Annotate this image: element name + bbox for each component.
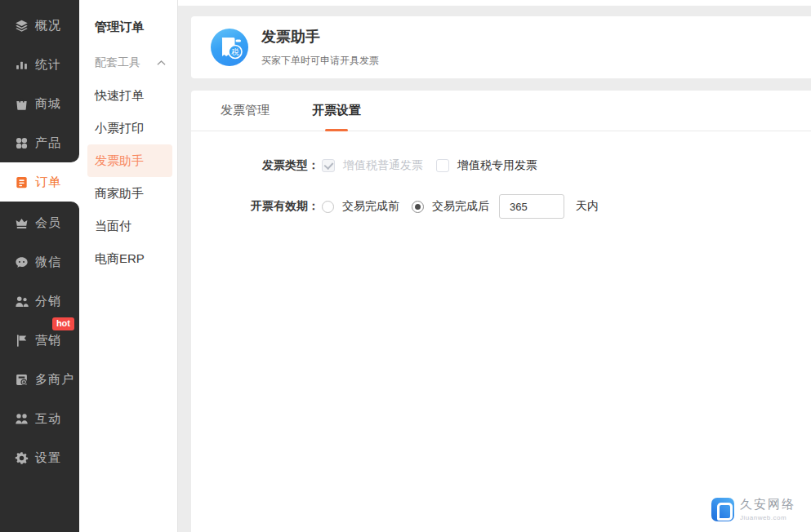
distribution-icon: [15, 295, 29, 308]
tab-bar: 发票管理 开票设置: [191, 91, 811, 131]
feature-header-card: 税 发票助手 买家下单时可申请开具发票: [191, 16, 811, 78]
sidebar-block-top: 概况 统计 商城 产品: [0, 0, 79, 162]
checkbox-label: 增值税专用发票: [457, 158, 537, 173]
page-title: 发票助手: [261, 27, 379, 47]
tab-invoice-settings[interactable]: 开票设置: [312, 91, 361, 131]
invoice-settings-form: 发票类型： 增值税普通发票 增值税专用发票: [191, 131, 811, 219]
tab-label: 开票设置: [312, 103, 361, 118]
layers-icon: [15, 19, 29, 33]
checkbox-label: 增值税普通发票: [343, 158, 423, 173]
vendor-watermark: 久安网络 Jiuanweb.com: [711, 497, 795, 521]
submenu-item-label: 当面付: [95, 219, 131, 234]
sidebar-item-wechat[interactable]: 微信: [0, 242, 79, 282]
multistore-icon: [15, 373, 29, 387]
sidebar-item-label: 分销: [35, 294, 61, 309]
sidebar-item-label: 会员: [35, 215, 61, 231]
sidebar-item-label: 产品: [35, 135, 61, 151]
submenu-item-merchant-assistant[interactable]: 商家助手: [79, 177, 177, 210]
main-content: 税 发票助手 买家下单时可申请开具发票 发票管理 开票设置: [178, 0, 811, 532]
days-suffix: 天内: [576, 199, 599, 214]
invoice-type-row: 发票类型： 增值税普通发票 增值税专用发票: [191, 158, 811, 173]
sidebar-item-label: 互动: [35, 411, 61, 427]
sidebar-item-label: 商城: [35, 96, 61, 112]
radio-label: 交易完成前: [342, 199, 399, 214]
sidebar-block-bottom: 会员 微信 分销 hot 营销 多商户 互动: [0, 202, 79, 532]
vendor-name: 久安网络: [740, 497, 795, 512]
sidebar-item-members[interactable]: 会员: [0, 203, 79, 242]
feature-header-text: 发票助手 买家下单时可申请开具发票: [261, 27, 379, 68]
submenu-section-label: 配套工具: [95, 55, 140, 70]
checkbox-vat-ordinary[interactable]: 增值税普通发票: [322, 158, 423, 173]
sidebar-item-label: 订单: [35, 175, 61, 190]
submenu-item-face-pay[interactable]: 当面付: [79, 210, 177, 242]
tab-label: 发票管理: [221, 103, 270, 118]
page-subtitle: 买家下单时可申请开具发票: [261, 54, 379, 68]
submenu-item-label: 小票打印: [95, 121, 144, 136]
crown-icon: [15, 216, 29, 230]
validity-label: 开票有效期：: [191, 199, 319, 214]
invoice-type-label: 发票类型：: [191, 158, 319, 173]
validity-days-input[interactable]: [499, 194, 564, 219]
flag-icon: [15, 334, 29, 348]
sidebar-item-mall[interactable]: 商城: [0, 84, 79, 123]
sidebar-item-label: 设置: [35, 450, 61, 466]
gear-icon: [15, 451, 29, 465]
radio-label: 交易完成后: [432, 199, 489, 214]
sidebar-item-overview[interactable]: 概况: [0, 6, 79, 45]
submenu-header-manage-orders[interactable]: 管理订单: [79, 11, 177, 43]
top-strip: [178, 0, 811, 6]
submenu-item-label: 电商ERP: [95, 251, 145, 267]
submenu-item-label: 发票助手: [95, 153, 144, 169]
sidebar-item-products[interactable]: 产品: [0, 123, 79, 162]
checkbox-unchecked-icon[interactable]: [436, 159, 449, 172]
products-icon: [15, 136, 29, 150]
sidebar-item-label: 营销: [35, 333, 61, 348]
submenu-item-label: 快速打单: [95, 88, 144, 104]
sidebar-item-distribution[interactable]: 分销: [0, 282, 79, 321]
radio-unchecked-icon[interactable]: [322, 201, 334, 213]
interact-icon: [15, 412, 29, 426]
hot-badge: hot: [52, 317, 74, 330]
vendor-domain: Jiuanweb.com: [740, 514, 795, 521]
sidebar-item-label: 多商户: [35, 372, 74, 388]
sidebar-item-marketing[interactable]: hot 营销: [0, 321, 79, 360]
sidebar-item-orders[interactable]: 订单: [0, 162, 79, 202]
submenu-item-label: 商家助手: [95, 186, 144, 202]
checkbox-vat-special[interactable]: 增值税专用发票: [436, 158, 537, 173]
svg-text:税: 税: [231, 47, 239, 56]
sidebar-item-stats[interactable]: 统计: [0, 45, 79, 84]
submenu-item-quick-print[interactable]: 快速打单: [79, 79, 177, 112]
active-tab-underline: [325, 129, 348, 131]
submenu-item-receipt-print[interactable]: 小票打印: [79, 112, 177, 144]
settings-card: 发票管理 开票设置 发票类型： 增值税普通发票: [191, 91, 811, 532]
sidebar-item-label: 统计: [35, 57, 61, 73]
app-window: 概况 统计 商城 产品 订单 会员: [0, 0, 811, 532]
sidebar-item-interaction[interactable]: 互动: [0, 399, 79, 438]
radio-checked-icon[interactable]: [412, 201, 424, 213]
submenu-section-tools[interactable]: 配套工具: [79, 47, 177, 79]
stats-icon: [15, 58, 29, 72]
sidebar-item-label: 概况: [35, 18, 61, 33]
submenu-item-invoice-assistant[interactable]: 发票助手: [87, 144, 172, 177]
tab-invoice-management[interactable]: 发票管理: [221, 91, 270, 131]
sidebar-item-label: 微信: [35, 255, 61, 270]
jiuan-logo-icon: [711, 498, 734, 521]
primary-sidebar: 概况 统计 商城 产品 订单 会员: [0, 0, 79, 532]
radio-before-completion[interactable]: 交易完成前: [322, 199, 399, 214]
mall-icon: [15, 97, 29, 111]
radio-after-completion[interactable]: 交易完成后: [412, 199, 489, 214]
wechat-icon: [15, 255, 29, 269]
secondary-menu: 管理订单 配套工具 快速打单 小票打印 发票助手 商家助手 当面付 电商ERP: [79, 0, 178, 532]
checkbox-checked-icon[interactable]: [322, 159, 335, 172]
sidebar-item-multistore[interactable]: 多商户: [0, 360, 79, 399]
validity-row: 开票有效期： 交易完成前 交易完成后: [191, 194, 811, 219]
invoice-tax-icon: 税: [211, 29, 248, 66]
orders-icon: [15, 175, 29, 189]
chevron-up-icon: [157, 60, 166, 66]
submenu-item-ecommerce-erp[interactable]: 电商ERP: [79, 242, 177, 275]
sidebar-item-settings[interactable]: 设置: [0, 438, 79, 477]
